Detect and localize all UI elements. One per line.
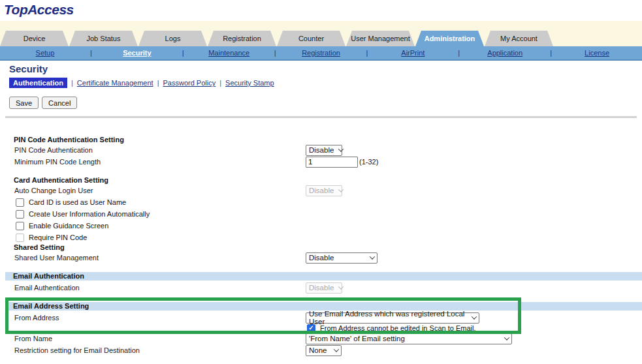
admin-subnav: Setup | Security | Maintenance | Registr… bbox=[0, 46, 642, 61]
pin-auth-select[interactable]: Disable bbox=[306, 145, 342, 156]
subtab-password-policy[interactable]: Password Policy bbox=[163, 79, 216, 87]
form-row: From Address Use Email Address which was… bbox=[0, 312, 642, 324]
topaccess-logo: TopAccess bbox=[4, 2, 74, 18]
tab-logs[interactable]: Logs bbox=[138, 31, 207, 46]
save-button[interactable]: Save bbox=[9, 97, 39, 109]
shared-user-mgmt-selected-value: Disable bbox=[309, 254, 334, 262]
from-address-lock-checkbox-label: From Address cannot be edited in Scan to… bbox=[320, 324, 475, 332]
separator: | bbox=[219, 79, 221, 87]
tab-my-account[interactable]: My Account bbox=[485, 31, 553, 46]
email-auth-selected-value: Disable bbox=[309, 284, 334, 292]
enable-guidance-checkbox-label: Enable Guidance Screen bbox=[29, 222, 108, 230]
header: TopAccess bbox=[0, 0, 642, 21]
chevron-down-icon bbox=[338, 284, 344, 289]
form-row: ✓ From Address cannot be edited in Scan … bbox=[0, 324, 642, 333]
pin-auth-selected-value: Disable bbox=[309, 146, 334, 154]
email-restriction-select[interactable]: None bbox=[306, 345, 342, 356]
pin-section-title: PIN Code Authentication Setting bbox=[0, 136, 642, 144]
chevron-down-icon bbox=[472, 314, 477, 319]
create-user-info-checkbox-label: Create User Information Automatically bbox=[29, 210, 150, 218]
main-tab-bar: Device Job Status Logs Registration Coun… bbox=[0, 31, 642, 46]
separator: | bbox=[71, 79, 73, 87]
security-subtabs: Authentication | Certificate Management … bbox=[9, 78, 642, 88]
require-pin-checkbox bbox=[16, 234, 24, 242]
from-name-selected-value: 'From Name' of Email setting bbox=[309, 335, 405, 342]
from-address-selected-value: Use Email Address which was registered L… bbox=[309, 310, 467, 326]
form-row: Create User Information Automatically bbox=[0, 208, 642, 220]
chevron-down-icon bbox=[334, 346, 339, 352]
divider bbox=[5, 116, 637, 118]
subnav-security[interactable]: Security bbox=[123, 49, 151, 57]
min-pin-length-range: (1-32) bbox=[359, 158, 378, 166]
form-row: Auto Change Login User Disable bbox=[0, 185, 642, 196]
auto-change-login-select: Disable bbox=[306, 185, 342, 196]
subnav-registration[interactable]: Registration bbox=[302, 49, 340, 57]
auto-change-login-selected-value: Disable bbox=[309, 187, 334, 194]
email-auth-section-title: Email Authentication bbox=[5, 272, 642, 281]
cancel-button[interactable]: Cancel bbox=[42, 97, 77, 109]
min-pin-length-label: Minimum PIN Code Length bbox=[14, 158, 306, 166]
tab-user-management[interactable]: User Management bbox=[346, 31, 415, 46]
tab-job-status[interactable]: Job Status bbox=[69, 31, 138, 46]
tab-device[interactable]: Device bbox=[0, 31, 69, 46]
enable-guidance-checkbox[interactable] bbox=[16, 222, 24, 230]
subnav-application[interactable]: Application bbox=[487, 49, 522, 57]
tab-counter[interactable]: Counter bbox=[277, 31, 345, 46]
subtab-security-stamp[interactable]: Security Stamp bbox=[225, 79, 274, 87]
email-auth-label: Email Authentication bbox=[14, 284, 306, 292]
from-name-select[interactable]: 'From Name' of Email setting bbox=[306, 333, 512, 344]
form-row: Shared User Management Disable bbox=[0, 252, 642, 264]
subnav-airprint[interactable]: AirPrint bbox=[401, 49, 425, 57]
tab-administration[interactable]: Administration bbox=[415, 31, 484, 46]
subnav-setup[interactable]: Setup bbox=[36, 49, 55, 57]
form-row: From Name 'From Name' of Email setting bbox=[0, 333, 642, 344]
chevron-down-icon bbox=[338, 187, 344, 192]
authentication-form: PIN Code Authentication Setting PIN Code… bbox=[0, 136, 642, 356]
header-spacer bbox=[0, 21, 642, 31]
require-pin-checkbox-label: Require PIN Code bbox=[29, 234, 87, 241]
shared-section-title: Shared Setting bbox=[0, 243, 642, 252]
chevron-down-icon bbox=[338, 146, 344, 151]
auto-change-login-label: Auto Change Login User bbox=[14, 187, 306, 194]
shared-user-mgmt-select[interactable]: Disable bbox=[306, 252, 377, 264]
form-row: Enable Guidance Screen bbox=[0, 220, 642, 232]
form-row: PIN Code Authentication Disable bbox=[0, 144, 642, 156]
chevron-down-icon bbox=[370, 254, 375, 259]
card-section-title: Card Authentication Setting bbox=[0, 176, 642, 185]
email-auth-select: Disable bbox=[306, 282, 342, 294]
from-address-label: From Address bbox=[14, 314, 306, 322]
from-name-label: From Name bbox=[14, 335, 306, 342]
chevron-down-icon bbox=[504, 335, 509, 340]
subtab-certificate-management[interactable]: Certificate Management bbox=[77, 79, 153, 87]
shared-user-mgmt-label: Shared User Management bbox=[14, 254, 306, 262]
subnav-license[interactable]: License bbox=[585, 49, 609, 57]
check-icon: ✓ bbox=[308, 325, 313, 331]
from-address-lock-checkbox[interactable]: ✓ bbox=[307, 324, 315, 333]
form-row: Minimum PIN Code Length (1-32) bbox=[0, 156, 642, 168]
form-row: Card ID is used as User Name bbox=[0, 196, 642, 208]
subtab-authentication[interactable]: Authentication bbox=[9, 78, 67, 88]
page-title: Security bbox=[9, 63, 642, 74]
tab-registration[interactable]: Registration bbox=[208, 31, 276, 46]
pin-auth-label: PIN Code Authentication bbox=[14, 146, 306, 154]
card-id-checkbox[interactable] bbox=[16, 198, 24, 207]
create-user-info-checkbox[interactable] bbox=[16, 210, 24, 219]
subnav-maintenance[interactable]: Maintenance bbox=[208, 49, 249, 57]
card-id-checkbox-label: Card ID is used as User Name bbox=[29, 198, 126, 206]
form-row: Restriction setting for Email Destinatio… bbox=[0, 344, 642, 356]
separator: | bbox=[157, 79, 159, 87]
form-row: Email Authentication Disable bbox=[0, 282, 642, 294]
email-restriction-label: Restriction setting for Email Destinatio… bbox=[14, 346, 306, 354]
email-restriction-selected-value: None bbox=[309, 346, 327, 354]
from-address-select[interactable]: Use Email Address which was registered L… bbox=[306, 312, 479, 324]
min-pin-length-input[interactable] bbox=[306, 157, 358, 168]
form-row: Require PIN Code bbox=[0, 232, 642, 243]
toolbar: Save Cancel bbox=[9, 97, 642, 109]
